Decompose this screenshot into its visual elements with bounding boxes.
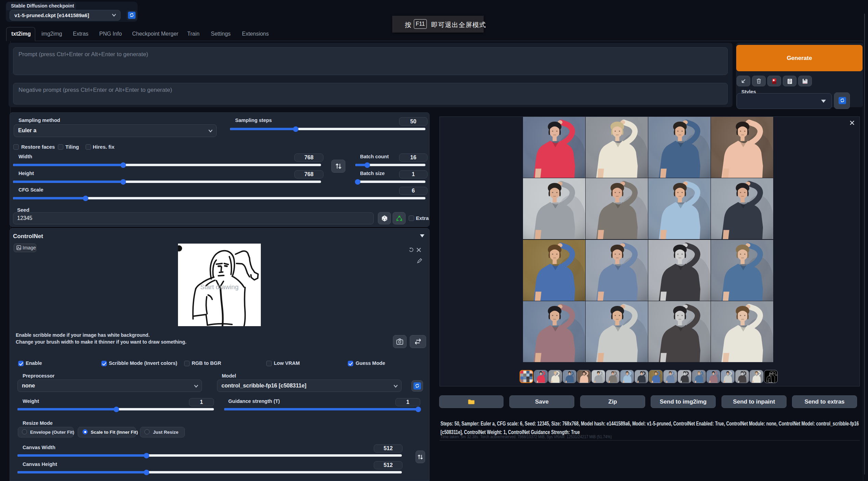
svg-text:Start drawing: Start drawing	[200, 283, 239, 291]
